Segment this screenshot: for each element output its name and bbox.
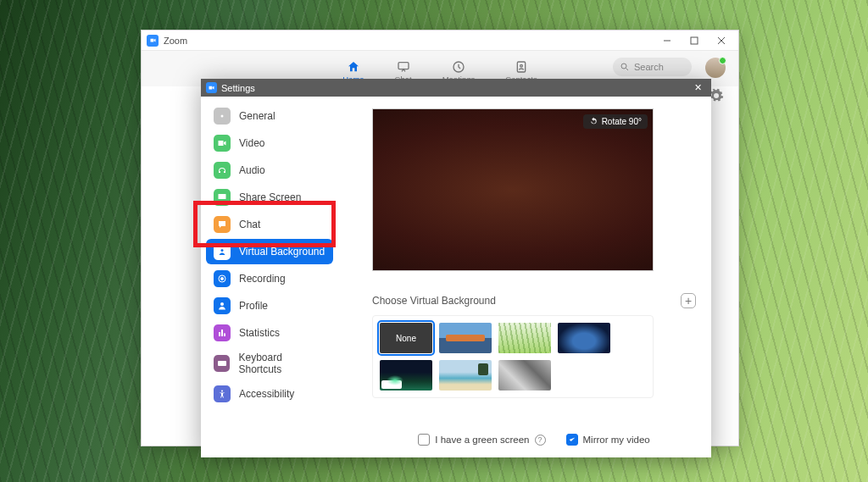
sidebar-item-label: Video <box>239 137 264 149</box>
sidebar-item-video[interactable]: Video <box>206 130 333 156</box>
sidebar-item-statistics[interactable]: Statistics <box>206 320 333 346</box>
bg-thumb-aurora[interactable] <box>380 360 432 391</box>
bg-thumb-bridge[interactable] <box>439 323 492 353</box>
bg-thumb-beach[interactable] <box>439 360 492 391</box>
svg-point-11 <box>220 302 224 306</box>
sidebar-item-audio[interactable]: Audio <box>206 158 333 183</box>
sidebar-item-general[interactable]: General <box>206 103 333 129</box>
app-title: Zoom <box>164 36 187 46</box>
checkbox-icon <box>566 434 578 446</box>
mirror-video-checkbox[interactable]: Mirror my video <box>566 434 650 446</box>
modal-title: Settings <box>221 83 255 93</box>
settings-content: Rotate 90° Choose Virtual Background + N… <box>338 97 711 457</box>
zoom-logo-icon <box>147 35 159 47</box>
rotate-icon <box>589 117 598 126</box>
search-placeholder: Search <box>634 62 664 72</box>
sidebar-item-chat[interactable]: Chat <box>206 212 333 237</box>
none-label: None <box>396 334 416 343</box>
sidebar-item-profile[interactable]: Profile <box>206 293 333 319</box>
sidebar-item-label: Chat <box>239 219 260 230</box>
rotate-label: Rotate 90° <box>602 117 642 126</box>
bg-thumb-none[interactable]: None <box>380 323 432 353</box>
svg-rect-12 <box>218 361 226 366</box>
titlebar: Zoom <box>142 30 738 51</box>
sidebar-item-label: Keyboard Shortcuts <box>238 352 326 375</box>
sidebar-item-label: Share Screen <box>239 191 301 203</box>
info-icon[interactable]: ? <box>535 435 546 446</box>
sidebar-item-virtual-background[interactable]: Virtual Background <box>206 239 333 264</box>
share-screen-icon <box>214 189 231 206</box>
sidebar-item-keyboard-shortcuts[interactable]: Keyboard Shortcuts <box>206 347 333 380</box>
mirror-label: Mirror my video <box>583 435 650 445</box>
svg-point-6 <box>221 115 224 118</box>
green-screen-checkbox[interactable]: I have a green screen ? <box>418 434 545 446</box>
rotate-90-button[interactable]: Rotate 90° <box>583 114 648 129</box>
close-button[interactable] <box>709 32 733 49</box>
sidebar-item-label: Profile <box>239 300 268 312</box>
avatar[interactable] <box>705 58 726 78</box>
sidebar-item-recording[interactable]: Recording <box>206 266 333 291</box>
search-input[interactable]: Search <box>613 58 692 76</box>
sidebar-item-label: General <box>239 110 275 122</box>
zoom-logo-icon <box>206 82 217 93</box>
svg-point-10 <box>220 277 224 280</box>
keyboard-icon <box>214 355 230 372</box>
svg-rect-7 <box>219 194 226 199</box>
settings-sidebar: General Video Audio Share Screen Chat Vi… <box>201 97 338 457</box>
sidebar-item-label: Accessibility <box>239 388 294 400</box>
background-thumbnails: None <box>372 315 654 398</box>
svg-point-8 <box>221 249 224 252</box>
bg-thumb-abstract[interactable] <box>498 360 551 391</box>
svg-point-5 <box>621 64 626 69</box>
sidebar-item-label: Recording <box>239 273 286 285</box>
statistics-icon <box>214 324 231 341</box>
checkbox-icon <box>418 434 430 446</box>
profile-icon <box>214 297 231 314</box>
bg-thumb-earth[interactable] <box>558 323 610 353</box>
accessibility-icon <box>214 385 231 402</box>
sidebar-item-accessibility[interactable]: Accessibility <box>206 381 333 407</box>
svg-point-13 <box>221 391 223 392</box>
footer-options: I have a green screen ? Mirror my video <box>372 425 696 449</box>
chat-icon <box>214 216 231 233</box>
section-title: Choose Virtual Background <box>372 295 496 307</box>
sidebar-item-share-screen[interactable]: Share Screen <box>206 185 333 210</box>
minimize-button[interactable] <box>655 32 679 49</box>
video-icon <box>214 135 231 152</box>
sidebar-item-label: Virtual Background <box>239 246 325 258</box>
sidebar-item-label: Audio <box>239 164 265 176</box>
video-preview: Rotate 90° <box>372 108 654 271</box>
settings-gear-icon[interactable] <box>709 88 726 105</box>
virtual-background-icon <box>214 243 231 260</box>
settings-modal: Settings ✕ General Video Audio Share Scr… <box>201 79 711 457</box>
modal-titlebar: Settings ✕ <box>201 79 711 97</box>
add-background-button[interactable]: + <box>681 293 696 308</box>
green-screen-label: I have a green screen <box>435 435 529 445</box>
svg-rect-0 <box>691 37 698 44</box>
headphones-icon <box>214 162 231 179</box>
modal-close-button[interactable]: ✕ <box>689 82 706 93</box>
gear-icon <box>214 108 231 125</box>
svg-point-4 <box>520 64 523 67</box>
recording-icon <box>214 270 231 287</box>
svg-rect-1 <box>398 63 409 69</box>
maximize-button[interactable] <box>682 32 706 49</box>
sidebar-item-label: Statistics <box>239 327 280 339</box>
bg-thumb-grass[interactable] <box>498 323 551 353</box>
